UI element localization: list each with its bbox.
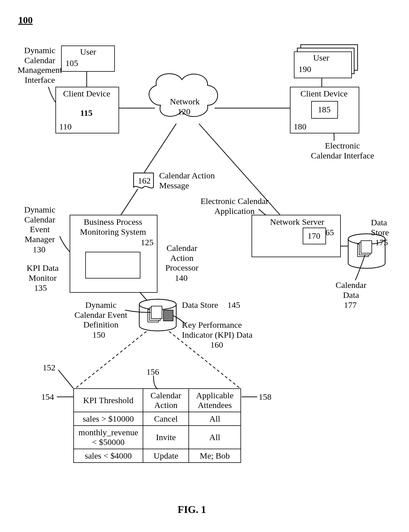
ref-185: 185 [318,105,331,114]
label-eca: Electronic Calendar Application [193,196,276,216]
kpi-threshold-table: KPI Threshold Calendar Action Applicable… [73,388,241,463]
svg-rect-43 [163,310,173,321]
label-kpi-data: Key Performance Indicator (KPI) Data [182,320,264,340]
label-dcem: Dynamic Calendar Event Manager [18,205,61,244]
label-eci: Electronic Calendar Interface [304,141,381,160]
col-header-attendees: Applicable Attendees [189,389,241,412]
ref-156: 156 [146,367,159,377]
svg-line-28 [144,124,176,173]
table-header-row: KPI Threshold Calendar Action Applicable… [74,389,241,412]
svg-line-44 [75,331,146,388]
ref-152: 152 [43,363,55,372]
ref-180: 180 [294,122,306,131]
label-kpi-monitor: KPI Data Monitor [20,263,65,283]
ref-130: 130 [33,245,45,254]
table-row: sales > $10000 Cancel All [74,412,241,426]
label-network: Network [166,97,203,107]
ref-145: 145 [227,300,240,310]
svg-line-29 [121,189,138,215]
table-row: sales < $4000 Update Me; Bob [74,449,241,463]
label-cap: Calendar Action Processor [159,243,205,273]
col-header-kpi: KPI Threshold [74,389,143,412]
svg-rect-42 [151,306,162,319]
svg-line-45 [169,331,240,388]
ref-135: 135 [34,283,47,293]
label-calendar-data: Calendar Data [328,280,374,300]
ref-170: 170 [308,231,320,241]
label-dced: Dynamic Calendar Event Definition [70,300,132,330]
ref-120: 120 [178,107,190,116]
ref-175: 175 [375,238,388,247]
ref-158: 158 [259,392,271,402]
figure-caption: FIG. 1 [178,504,206,515]
ref-105: 105 [65,58,78,68]
ref-177: 177 [344,300,357,310]
ref-140: 140 [175,273,188,283]
table-row: monthly_revenue < $50000 Invite All [74,426,241,449]
label-bpms: Business Process Monitoring System [74,217,152,237]
label-dcmi: Dynamic Calendar Management Interface [14,46,65,85]
ref-154: 154 [41,392,54,402]
ref-162: 162 [138,176,151,185]
label-client-left: Client Device [60,89,114,99]
label-network-server: Network Server [270,217,335,227]
bpms-inner-box [85,252,140,279]
svg-rect-53 [361,241,372,253]
ref-110: 110 [59,122,72,131]
ref-190: 190 [298,64,311,74]
label-user-left: User [74,47,102,57]
label-user-right: User [307,53,335,63]
svg-line-46 [58,370,73,388]
ref-150: 150 [92,330,105,340]
ref-125: 125 [141,238,153,247]
ref-160: 160 [210,340,223,350]
label-data-store-right: Data Store [371,218,402,237]
diagram-canvas: 100 [0,0,409,532]
ref-115: 115 [80,108,92,118]
label-data-store-left: Data Store [182,300,227,310]
col-header-action: Calendar Action [143,389,189,412]
label-cam: Calendar Action Message [159,171,230,190]
label-client-right: Client Device [294,89,354,99]
